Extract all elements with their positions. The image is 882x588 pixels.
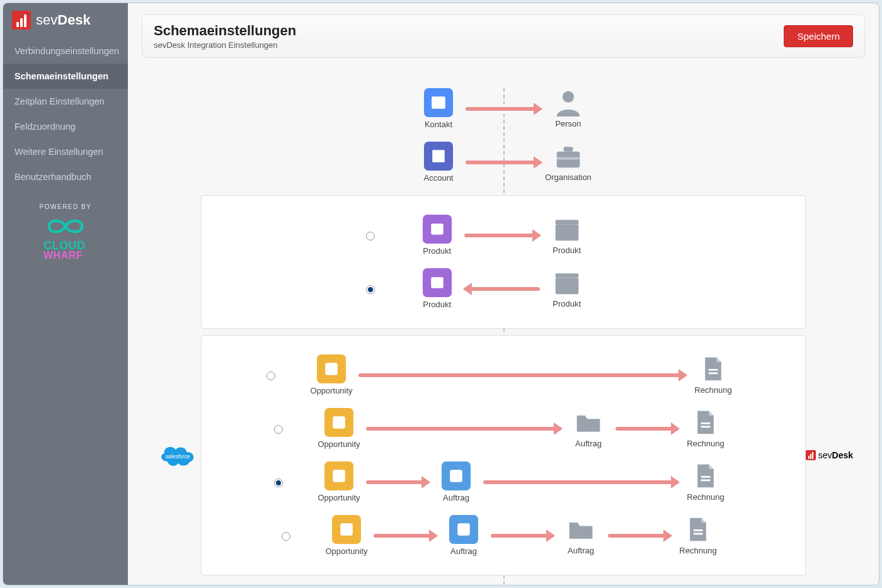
contact-icon <box>424 88 453 117</box>
sidebar: sevDesk Verbindungseinstellungen Schemae… <box>3 3 128 585</box>
arrow-right <box>608 534 671 538</box>
arrow-right <box>358 373 686 377</box>
document-icon <box>692 409 719 436</box>
node-label: Produkt <box>423 300 451 309</box>
crown-icon <box>317 354 346 383</box>
arrow-right <box>366 427 561 431</box>
node-auftrag-stack: Auftrag <box>433 461 479 502</box>
arrow-right <box>464 234 540 237</box>
save-button[interactable]: Speichern <box>784 25 853 47</box>
node-label: Opportunity <box>318 493 360 502</box>
sidebar-item-fieldmap[interactable]: Feldzuordnung <box>3 114 128 139</box>
box-icon <box>553 269 581 297</box>
node-label: Opportunity <box>310 386 352 395</box>
node-produkt-sv: Produkt <box>544 269 590 308</box>
stack-icon <box>449 515 478 544</box>
schema-canvas: Kontakt Person Account Or <box>142 69 865 585</box>
node-rechnung: Rechnung <box>682 409 729 448</box>
radio-opp-a[interactable] <box>266 371 275 380</box>
folder-icon <box>575 409 602 436</box>
person-icon <box>554 89 582 116</box>
sidebar-item-schedule[interactable]: Zeitplan Einstellungen <box>3 89 128 114</box>
node-label: Opportunity <box>325 546 367 556</box>
node-label: Produkt <box>423 246 451 256</box>
node-opportunity: Opportunity <box>316 408 362 449</box>
node-label: Rechnung <box>687 492 724 502</box>
row-opp-rechnung: Opportunity Rechnung <box>208 354 799 395</box>
sevdesk-badge: sevDesk <box>806 450 853 460</box>
building-icon <box>424 142 453 171</box>
briefcase-icon <box>554 142 582 170</box>
node-auftrag-stack: Auftrag <box>440 515 487 556</box>
row-produkt-left: Produkt Produkt <box>208 268 799 309</box>
node-label: Auftrag <box>575 439 602 448</box>
node-produkt-sf: Produkt <box>414 268 461 309</box>
brand-text: sevDesk <box>36 12 91 28</box>
node-label: Produkt <box>553 299 581 308</box>
radio-opp-c[interactable] <box>274 478 283 487</box>
node-label: Rechnung <box>679 546 716 555</box>
radio-produkt-a[interactable] <box>366 232 375 240</box>
sidebar-item-schema[interactable]: Schemaeinstellungen <box>3 64 128 89</box>
arrow-right <box>374 534 437 538</box>
node-label: Kontakt <box>425 120 452 129</box>
box-icon <box>553 215 581 243</box>
node-rechnung: Rechnung <box>675 516 721 555</box>
arrow-right <box>366 480 429 484</box>
knot-icon <box>43 215 88 240</box>
row-opp-auftrag-rechnung: Opportunity Auftrag Rechnung <box>208 408 799 449</box>
sidebar-item-manual[interactable]: Benutzerhandbuch <box>3 164 128 189</box>
document-icon <box>699 355 727 383</box>
document-icon <box>692 462 719 490</box>
arrow-left <box>464 287 540 291</box>
node-organisation: Organisation <box>545 142 592 182</box>
group-produkt: Produkt Produkt Produkt <box>201 195 806 329</box>
row-contact-person: Kontakt Person <box>308 88 699 129</box>
node-label: Auftrag <box>450 546 477 556</box>
radio-opp-d[interactable] <box>282 532 290 541</box>
node-opportunity: Opportunity <box>308 354 355 395</box>
row-opp-auftrag2-rechnung: Opportunity Auftrag Auftrag <box>208 515 799 556</box>
crown-icon <box>324 461 353 490</box>
arrow-right <box>483 480 679 484</box>
node-produkt-sf: Produkt <box>414 215 461 256</box>
node-rechnung: Rechnung <box>682 462 729 502</box>
node-label: Account <box>424 173 454 183</box>
crown-icon <box>324 408 353 437</box>
node-rechnung: Rechnung <box>690 355 736 395</box>
sidebar-item-connection[interactable]: Verbindungseinstellungen <box>3 38 128 64</box>
node-label: Auftrag <box>443 493 469 502</box>
node-label: Auftrag <box>568 546 594 555</box>
page-subtitle: sevDesk Integration Einstellungen <box>154 40 296 50</box>
radio-opp-b[interactable] <box>274 425 283 434</box>
row-account-org: Account Organisation <box>308 142 699 183</box>
node-label: Organisation <box>545 172 592 182</box>
node-auftrag-folder: Auftrag <box>558 516 604 555</box>
node-label: Rechnung <box>687 439 724 448</box>
node-person: Person <box>545 89 592 128</box>
arrow-right <box>466 107 541 111</box>
document-icon <box>684 516 712 543</box>
cloudwharf-logo: CLOUD WHARF <box>43 215 88 261</box>
arrow-right <box>466 161 541 164</box>
node-label: Rechnung <box>694 385 731 395</box>
page-header: Schemaeinstellungen sevDesk Integration … <box>142 14 865 58</box>
node-account: Account <box>415 142 462 183</box>
node-label: Produkt <box>553 246 581 255</box>
node-kontakt: Kontakt <box>415 88 462 129</box>
brand-logo-icon <box>12 11 31 30</box>
nav: Verbindungseinstellungen Schemaeinstellu… <box>3 38 128 189</box>
arrow-right <box>491 534 554 538</box>
stack-icon <box>442 461 471 490</box>
node-label: Person <box>555 119 581 128</box>
sidebar-item-more[interactable]: Weitere Einstellungen <box>3 139 128 164</box>
arrow-right <box>616 427 679 431</box>
node-opportunity: Opportunity <box>316 461 362 502</box>
node-label: Opportunity <box>318 439 360 449</box>
crown-icon <box>332 515 361 544</box>
sevdesk-mini-icon <box>806 450 816 460</box>
main: Schemaeinstellungen sevDesk Integration … <box>128 3 879 585</box>
radio-produkt-b[interactable] <box>366 285 375 294</box>
page-title: Schemaeinstellungen <box>154 23 296 39</box>
svg-text:salesforce: salesforce <box>166 453 190 460</box>
